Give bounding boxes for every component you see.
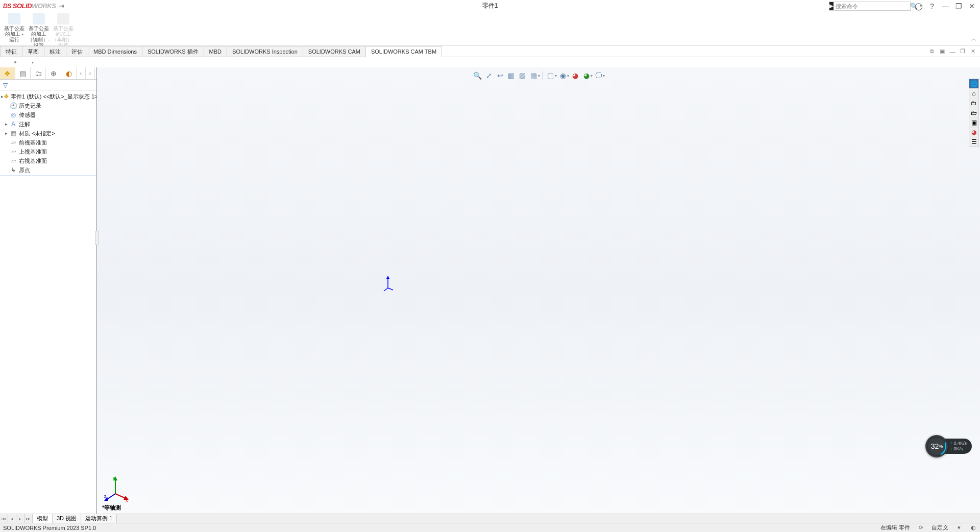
tab-sw-cam-tbm[interactable]: SOLIDWORKS CAM TBM: [366, 46, 442, 57]
restore-button[interactable]: ❐: [953, 1, 964, 11]
tab-sw-addins[interactable]: SOLIDWORKS 插件: [142, 46, 204, 57]
view-settings-icon[interactable]: 🖵: [594, 70, 604, 81]
display-manager-tab[interactable]: ◐: [61, 67, 77, 79]
manager-overflow-right[interactable]: ›: [86, 67, 95, 79]
bottom-tab-model[interactable]: 模型: [33, 514, 53, 523]
command-search-icon: ▶: [829, 2, 834, 10]
cpu-percent: 32: [931, 442, 939, 450]
tab-annotations[interactable]: 标注: [44, 46, 66, 57]
user-icon[interactable]: ◯: [914, 1, 924, 11]
status-custom[interactable]: 自定义: [932, 524, 948, 531]
doc-newwindow-icon[interactable]: ▣: [938, 47, 946, 56]
minimize-button[interactable]: —: [940, 1, 950, 11]
pin-icon[interactable]: ⇥: [59, 2, 64, 10]
quick-dropdown-icon[interactable]: ▾: [29, 58, 37, 66]
expand-icon[interactable]: ▸: [3, 131, 9, 136]
close-button[interactable]: ✕: [967, 1, 977, 11]
zoom-fit-icon[interactable]: 🔍: [473, 70, 483, 81]
bottom-tab-motion-study-1[interactable]: 运动算例 1: [81, 514, 117, 523]
ribbon-expand-icon[interactable]: ︿: [971, 35, 977, 43]
doc-maximize-icon[interactable]: ❐: [959, 47, 967, 56]
design-library-icon[interactable]: 🗀: [969, 99, 978, 108]
zoom-area-icon[interactable]: ⤢: [484, 70, 494, 81]
tree-top-plane[interactable]: ▱ 上视基准面: [0, 147, 96, 156]
chevron-down-icon[interactable]: ▾: [538, 74, 540, 78]
chevron-down-icon[interactable]: ▾: [603, 74, 605, 78]
doc-close-icon[interactable]: ✕: [969, 47, 977, 56]
ribbon-tbm-mill-settings[interactable]: 基于公差的加工（铣削）- 设置: [27, 13, 51, 48]
tree-front-plane[interactable]: ▱ 前视基准面: [0, 138, 96, 147]
command-search[interactable]: ▶ 🔍 ▾: [829, 2, 911, 11]
tree-label: 原点: [19, 166, 30, 174]
axis-x-label: x: [126, 498, 128, 503]
section-view-icon[interactable]: ▥: [506, 70, 517, 81]
tab-sw-inspection[interactable]: SOLIDWORKS Inspection: [227, 46, 303, 57]
ribbon-label: 基于公差的加工（车削）- 设置: [52, 26, 75, 48]
task-pane-bar: 🌐 ⌂ 🗀 🗁 ▣ ◕ ☰: [969, 79, 979, 147]
dynamic-section-icon[interactable]: ▨: [518, 70, 528, 81]
file-explorer-icon[interactable]: 🗁: [969, 108, 978, 117]
rollback-bar[interactable]: [0, 176, 96, 176]
graphics-area[interactable]: 🔍 ⤢ ↩ ▥ ▨ ▦▾ ▢▾ ◉▾ ◕ ◕▾ 🖵▾ 🌐 ⌂ 🗀 🗁 ▣ ◕ ☰: [97, 67, 980, 514]
previous-view-icon[interactable]: ↩: [495, 70, 505, 81]
tree-right-plane[interactable]: ▱ 右视基准面: [0, 156, 96, 165]
tab-prev-icon[interactable]: ◂: [8, 514, 16, 523]
property-manager-tab[interactable]: ▤: [15, 67, 31, 79]
sensor-icon: ◎: [9, 111, 17, 119]
tree-history[interactable]: 🕘 历史记录: [0, 101, 96, 110]
view-palette-icon[interactable]: ▣: [969, 118, 978, 127]
ribbon-label: 基于公差的加工 - 运行: [3, 26, 26, 42]
tab-next-icon[interactable]: ▸: [16, 514, 24, 523]
custom-props-icon[interactable]: ☰: [969, 137, 978, 147]
gear-icon: [57, 13, 69, 25]
status-rebuild-icon[interactable]: ⟳: [917, 524, 924, 531]
chevron-down-icon[interactable]: ▾: [555, 74, 557, 78]
tree-sensors[interactable]: ◎ 传感器: [0, 110, 96, 119]
tab-evaluate[interactable]: 评估: [66, 46, 88, 57]
tree-label: 材质 <未指定>: [19, 130, 55, 137]
tab-last-icon[interactable]: ⏭: [24, 514, 33, 523]
tree-filter[interactable]: ▽: [0, 80, 96, 91]
command-manager-tabs: 特征 草图 标注 评估 MBD Dimensions SOLIDWORKS 插件…: [0, 46, 980, 57]
tree-root[interactable]: ▸ ❖ 零件1 (默认) <<默认>_显示状态 1>: [0, 92, 96, 101]
tab-first-icon[interactable]: ⏮: [0, 514, 8, 523]
ribbon-tbm-run[interactable]: 基于公差的加工 - 运行: [2, 13, 27, 42]
command-search-input[interactable]: [834, 3, 908, 9]
tree-origin[interactable]: ↳ 原点: [0, 165, 96, 175]
expand-icon[interactable]: ▸: [3, 122, 9, 127]
manager-overflow-left[interactable]: ‹: [77, 67, 86, 79]
chevron-down-icon[interactable]: ▾: [591, 74, 593, 78]
configuration-manager-tab[interactable]: 🗂: [31, 67, 46, 79]
tab-sw-cam[interactable]: SOLIDWORKS CAM: [303, 46, 366, 57]
feature-tree: ▸ ❖ 零件1 (默认) <<默认>_显示状态 1> 🕘 历史记录 ◎ 传感器 …: [0, 91, 96, 514]
feature-manager-tab[interactable]: ❖: [0, 67, 15, 79]
manager-tab-toolbar: ❖ ▤ 🗂 ⊕ ◐ ‹ ›: [0, 67, 96, 80]
performance-widget[interactable]: 32% ↑ 0.4K/s ↓ 0K/s: [925, 435, 972, 457]
axis-z-label: z: [104, 494, 107, 499]
tab-mbd[interactable]: MBD: [204, 46, 227, 57]
reference-triad[interactable]: y x z: [104, 476, 130, 503]
tree-annotations[interactable]: ▸ A 注解: [0, 119, 96, 129]
home-icon[interactable]: ⌂: [969, 89, 978, 98]
hide-show-icon[interactable]: ◉: [558, 70, 568, 81]
tab-features[interactable]: 特征: [0, 46, 22, 57]
status-dropdown-icon[interactable]: ▾: [955, 524, 963, 531]
bottom-tab-3dviews[interactable]: 3D 视图: [53, 514, 81, 523]
chevron-down-icon[interactable]: ▾: [567, 74, 569, 78]
panel-splitter-handle[interactable]: [95, 231, 99, 245]
doc-popout-icon[interactable]: ⧉: [928, 47, 936, 56]
edit-appearance-icon[interactable]: ◕: [570, 70, 580, 81]
sw-resources-icon[interactable]: 🌐: [969, 79, 978, 88]
appearances-icon[interactable]: ◕: [969, 128, 978, 137]
view-orientation-icon[interactable]: ▦: [529, 70, 539, 81]
help-icon[interactable]: ?: [927, 1, 937, 11]
display-style-icon[interactable]: ▢: [546, 70, 556, 81]
svg-line-2: [384, 288, 388, 291]
status-settings-icon[interactable]: ◐: [970, 524, 977, 531]
tab-sketch[interactable]: 草图: [22, 46, 44, 57]
doc-minimize-icon[interactable]: —: [948, 47, 957, 56]
tree-material[interactable]: ▸ ▦ 材质 <未指定>: [0, 129, 96, 138]
tab-mbd-dimensions[interactable]: MBD Dimensions: [88, 46, 142, 57]
dimxpert-manager-tab[interactable]: ⊕: [46, 67, 61, 79]
apply-scene-icon[interactable]: ◕: [581, 70, 592, 81]
